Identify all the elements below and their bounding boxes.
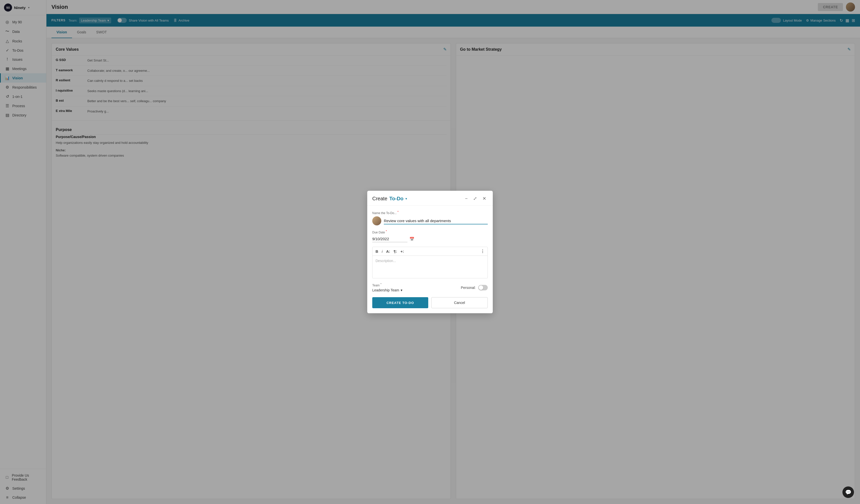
insert-button[interactable]: +:	[400, 249, 404, 254]
description-field: B i A: ¶: +: ⋮ Description...	[372, 247, 488, 278]
team-field-label: Team *	[372, 283, 402, 287]
personal-toggle-thumb	[479, 285, 483, 290]
chat-widget[interactable]: 💬	[843, 487, 854, 498]
modal-header: Create To-Do ▾ − ⤢ ✕	[367, 191, 493, 205]
team-chevron-icon: ▾	[401, 288, 402, 292]
create-todo-button[interactable]: CREATE TO-DO	[372, 297, 428, 308]
chat-icon: 💬	[845, 489, 851, 495]
rich-text-toolbar: B i A: ¶: +: ⋮	[372, 247, 488, 256]
due-date-label: Due Date *	[372, 230, 488, 234]
modal-title-prefix: Create	[372, 196, 387, 202]
modal-title: Create To-Do ▾	[372, 196, 407, 202]
modal-title-type: To-Do	[389, 196, 403, 202]
due-date-input[interactable]	[372, 236, 407, 242]
todo-assignee-avatar[interactable]	[372, 216, 381, 226]
calendar-icon[interactable]: 📅	[410, 237, 414, 242]
personal-toggle[interactable]	[478, 285, 488, 290]
cancel-button[interactable]: Cancel	[431, 297, 488, 308]
paragraph-button[interactable]: ¶:	[393, 249, 397, 254]
date-required-asterisk: *	[386, 230, 387, 233]
modal-minimize-button[interactable]: −	[463, 195, 469, 202]
modal-body: Name the To-Do... * Due Date * 📅	[367, 205, 493, 297]
todo-name-label: Name the To-Do... *	[372, 211, 488, 215]
modal-overlay: Create To-Do ▾ − ⤢ ✕ Name the To-Do... *	[0, 0, 860, 504]
due-date-field: Due Date * 📅	[372, 230, 488, 242]
team-field: Team * Leadership Team ▾	[372, 283, 402, 292]
personal-toggle-row: Personal:	[461, 285, 488, 290]
modal-footer: CREATE TO-DO Cancel	[367, 297, 493, 313]
modal-expand-button[interactable]: ⤢	[472, 195, 478, 202]
font-size-button[interactable]: A:	[386, 249, 390, 254]
team-value-display[interactable]: Leadership Team ▾	[372, 288, 402, 292]
modal-close-button[interactable]: ✕	[481, 195, 488, 202]
bold-button[interactable]: B	[375, 249, 378, 254]
more-options-button[interactable]: ⋮	[481, 249, 485, 254]
form-bottom: Team * Leadership Team ▾ Personal:	[372, 283, 488, 292]
description-input[interactable]: Description...	[372, 256, 488, 278]
required-asterisk: *	[398, 211, 399, 213]
create-todo-modal: Create To-Do ▾ − ⤢ ✕ Name the To-Do... *	[367, 191, 493, 313]
todo-name-row	[372, 216, 488, 226]
modal-controls: − ⤢ ✕	[463, 195, 488, 202]
italic-button[interactable]: i	[382, 249, 383, 254]
team-required-asterisk: *	[381, 283, 382, 286]
modal-type-caret-icon[interactable]: ▾	[405, 197, 407, 201]
todo-name-input[interactable]	[384, 218, 488, 225]
todo-name-field: Name the To-Do... *	[372, 211, 488, 226]
date-row: 📅	[372, 236, 488, 242]
personal-label: Personal:	[461, 286, 476, 290]
